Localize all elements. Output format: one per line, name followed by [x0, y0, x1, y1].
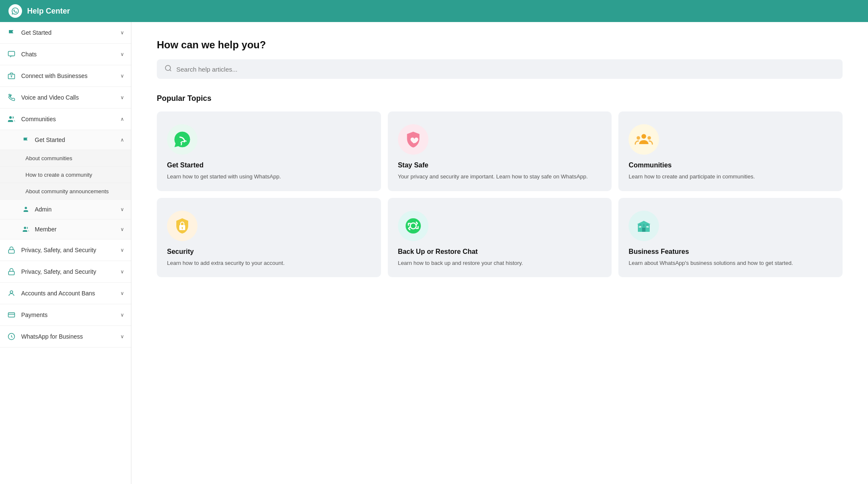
account-icon [7, 289, 16, 298]
topic-card-communities[interactable]: Communities Learn how to create and part… [618, 111, 843, 191]
chevron-up-icon [120, 137, 124, 143]
svg-rect-6 [8, 271, 14, 275]
svg-point-4 [24, 227, 26, 229]
svg-point-3 [25, 207, 27, 209]
app-header: Help Center [0, 0, 868, 22]
chevron-down-icon [120, 290, 124, 296]
phone-icon [7, 93, 16, 102]
svg-point-13 [637, 136, 640, 139]
main-layout: Get Started Chats Connect with Businesse… [0, 22, 868, 484]
topic-desc-business: Learn about WhatsApp's business solution… [629, 259, 832, 267]
sidebar-item-payments[interactable]: Payments [0, 304, 131, 326]
topic-title-backup: Back Up or Restore Chat [398, 248, 602, 256]
topic-card-get-started[interactable]: Get Started Learn how to get started wit… [157, 111, 381, 191]
sidebar-item-privacy-1[interactable]: Privacy, Safety, and Security [0, 239, 131, 261]
chevron-up-icon [120, 116, 124, 122]
chevron-down-icon [120, 206, 124, 212]
topic-card-stay-safe[interactable]: Stay Safe Your privacy and security are … [388, 111, 612, 191]
chevron-down-icon [120, 30, 124, 36]
topic-card-security[interactable]: Security Learn how to add extra security… [157, 198, 381, 278]
sidebar-item-get-started[interactable]: Get Started [0, 22, 131, 44]
popular-topics-title: Popular Topics [157, 94, 843, 103]
search-icon [164, 64, 172, 74]
topic-desc-stay-safe: Your privacy and security are important.… [398, 172, 602, 181]
sidebar-sub-item-admin[interactable]: Admin [0, 200, 131, 220]
community-icon [7, 114, 16, 124]
svg-rect-17 [182, 228, 183, 229]
backup-icon-wrap [398, 211, 428, 241]
chevron-down-icon [120, 312, 124, 318]
topic-desc-communities: Learn how to create and participate in c… [629, 172, 832, 181]
card-icon [7, 310, 16, 320]
topic-title-get-started: Get Started [167, 161, 371, 169]
sidebar-item-communities[interactable]: Communities [0, 108, 131, 130]
topic-card-business[interactable]: Business Features Learn about WhatsApp's… [618, 198, 843, 278]
communities-subsection: Get Started About communities How to cre… [0, 130, 131, 239]
chevron-down-icon [120, 51, 124, 57]
svg-rect-5 [8, 250, 14, 253]
svg-point-7 [10, 291, 13, 293]
sidebar-sub-item-member[interactable]: Member [0, 220, 131, 239]
main-content: How can we help you? Popular Topics [131, 22, 868, 484]
sidebar-deep-item-about-communities[interactable]: About communities [0, 150, 131, 167]
svg-point-12 [642, 134, 646, 139]
topic-title-communities: Communities [629, 161, 832, 169]
member-icon [21, 225, 31, 234]
svg-point-10 [165, 65, 170, 70]
communities-icon-wrap [629, 124, 659, 155]
lock2-icon [7, 267, 16, 276]
topic-desc-backup: Learn how to back up and restore your ch… [398, 259, 602, 267]
chevron-down-icon [120, 247, 124, 253]
store-icon [7, 71, 16, 81]
sidebar-item-whatsapp-business[interactable]: WhatsApp for Business [0, 326, 131, 348]
sidebar-item-chats[interactable]: Chats [0, 44, 131, 65]
chevron-down-icon [120, 269, 124, 275]
business-icon [7, 332, 16, 341]
app-logo [8, 4, 22, 18]
admin-icon [21, 205, 31, 214]
get-started-icon-wrap [167, 124, 198, 155]
topic-desc-get-started: Learn how to get started with using What… [167, 172, 371, 181]
lock-icon [7, 245, 16, 255]
security-icon-wrap [167, 211, 198, 241]
chevron-down-icon [120, 334, 124, 339]
header-title: Help Center [27, 7, 70, 16]
topics-grid: Get Started Learn how to get started wit… [157, 111, 843, 277]
sidebar-item-privacy-2[interactable]: Privacy, Safety, and Security [0, 261, 131, 283]
svg-point-18 [406, 218, 421, 234]
business-icon-wrap [629, 211, 659, 241]
chevron-down-icon [120, 73, 124, 79]
topic-title-security: Security [167, 248, 371, 256]
chevron-down-icon [120, 95, 124, 100]
topic-title-business: Business Features [629, 248, 832, 256]
svg-rect-0 [8, 51, 15, 56]
topic-desc-security: Learn how to add extra security to your … [167, 259, 371, 267]
topic-title-stay-safe: Stay Safe [398, 161, 602, 169]
sidebar-deep-item-community-announcements[interactable]: About community announcements [0, 183, 131, 200]
page-title: How can we help you? [157, 39, 843, 51]
stay-safe-icon-wrap [398, 124, 428, 155]
svg-point-2 [9, 116, 12, 119]
topic-card-backup[interactable]: Back Up or Restore Chat Learn how to bac… [388, 198, 612, 278]
sidebar-deep-item-create-community[interactable]: How to create a community [0, 167, 131, 183]
sidebar-item-connect-businesses[interactable]: Connect with Businesses [0, 65, 131, 87]
chevron-down-icon [120, 226, 124, 232]
search-input[interactable] [176, 66, 835, 73]
chat-icon [7, 50, 16, 59]
sidebar-sub-item-get-started[interactable]: Get Started [0, 130, 131, 150]
svg-rect-8 [8, 313, 15, 317]
flag-small-icon [21, 135, 31, 145]
svg-point-14 [648, 136, 651, 139]
flag-icon [7, 28, 16, 37]
search-bar[interactable] [157, 59, 843, 79]
sidebar-item-voice-video[interactable]: Voice and Video Calls [0, 87, 131, 108]
sidebar-item-accounts[interactable]: Accounts and Account Bans [0, 283, 131, 304]
sidebar: Get Started Chats Connect with Businesse… [0, 22, 131, 484]
svg-rect-21 [642, 228, 645, 232]
